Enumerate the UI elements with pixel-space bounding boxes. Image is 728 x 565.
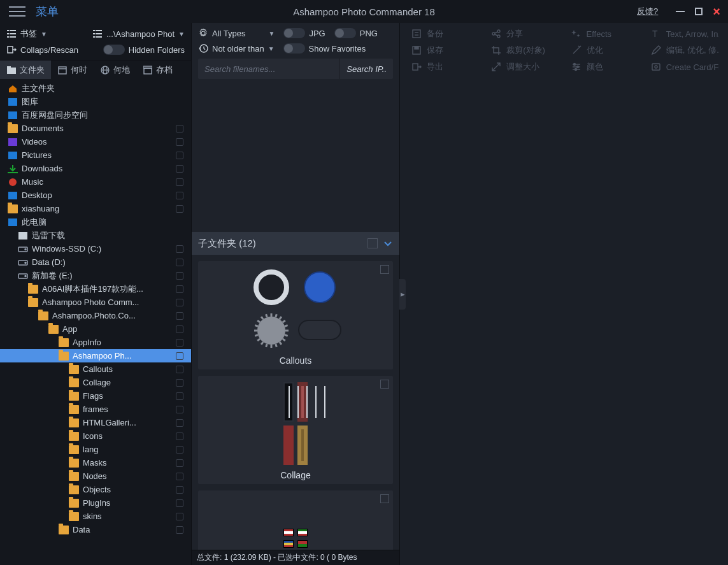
minimize-icon[interactable] — [676, 11, 685, 12]
tab-where[interactable]: 何地 — [94, 61, 136, 79]
tree-node[interactable]: Data — [0, 523, 191, 536]
tree-node[interactable]: xiashuang — [0, 202, 191, 215]
tree-node-checkbox[interactable] — [176, 352, 183, 360]
tree-node[interactable]: Flags — [0, 389, 191, 403]
tree-node[interactable]: Ashampoo.Photo.Co... — [0, 309, 191, 322]
maximize-icon[interactable] — [695, 8, 703, 15]
tree-node[interactable]: Ashampoo Ph... — [0, 349, 191, 362]
folder-tree[interactable]: 主文件夹图库百度网盘同步空间DocumentsVideosPicturesDow… — [0, 79, 191, 565]
all-types-dropdown[interactable]: All Types ▼ — [198, 28, 275, 38]
edit-opt-button[interactable]: 编辑, 优化, 修... — [651, 45, 719, 56]
collaps-rescan-button[interactable]: Collaps/Rescan — [6, 45, 78, 55]
tree-node[interactable]: Windows-SSD (C:) — [0, 242, 191, 255]
tab-folders[interactable]: 文件夹 — [0, 61, 51, 79]
tree-node[interactable]: Icons — [0, 429, 191, 443]
tree-node-checkbox[interactable] — [176, 366, 183, 373]
tree-node[interactable]: skins — [0, 510, 191, 523]
tree-node-checkbox[interactable] — [176, 419, 183, 427]
create-card-button[interactable]: Create Card/Frai — [651, 61, 719, 73]
tree-node-checkbox[interactable] — [176, 499, 183, 507]
subfolder-card[interactable]: Flags — [198, 490, 393, 550]
hidden-folders-toggle[interactable]: Hidden Folders — [103, 45, 185, 55]
tree-node-checkbox[interactable] — [176, 339, 183, 347]
tree-node-checkbox[interactable] — [176, 125, 183, 132]
tree-node[interactable]: Desktop — [0, 189, 191, 202]
tree-node[interactable]: Downloads — [0, 162, 191, 175]
close-icon[interactable]: × — [713, 8, 720, 15]
tree-node-checkbox[interactable] — [176, 486, 183, 494]
tree-node-checkbox[interactable] — [176, 138, 183, 146]
tree-node[interactable]: Pictures — [0, 148, 191, 162]
tree-node-checkbox[interactable] — [176, 245, 183, 253]
tree-node[interactable]: lang — [0, 443, 191, 456]
hamburger-menu-icon[interactable] — [9, 2, 28, 21]
tree-node-checkbox[interactable] — [176, 392, 183, 400]
tree-node[interactable]: Ashampoo Photo Comm... — [0, 296, 191, 309]
tree-node[interactable]: Callouts — [0, 362, 191, 376]
tree-node[interactable]: 百度网盘同步空间 — [0, 108, 191, 122]
menu-label[interactable]: 菜单 — [36, 4, 59, 19]
bookmarks-dropdown[interactable]: 书签 ▼ — [6, 28, 47, 39]
jpg-toggle[interactable]: JPG — [283, 28, 325, 38]
tree-node[interactable]: A06AI脚本插件197款功能... — [0, 282, 191, 296]
tree-node-checkbox[interactable] — [176, 459, 183, 467]
tree-node[interactable]: Music — [0, 175, 191, 189]
tree-node[interactable]: App — [0, 322, 191, 336]
tree-node-checkbox[interactable] — [176, 152, 183, 159]
tree-node-checkbox[interactable] — [176, 513, 183, 520]
tree-node-checkbox[interactable] — [176, 325, 183, 333]
tree-node[interactable]: 图库 — [0, 95, 191, 108]
tree-node[interactable]: 迅雷下载 — [0, 229, 191, 242]
tree-node[interactable]: Documents — [0, 122, 191, 135]
tree-node[interactable]: 主文件夹 — [0, 82, 191, 95]
tree-node-checkbox[interactable] — [176, 165, 183, 173]
tree-node-checkbox[interactable] — [176, 259, 183, 266]
subfolder-card[interactable]: Collage — [198, 376, 393, 484]
tree-node[interactable]: PlugIns — [0, 496, 191, 510]
tab-when[interactable]: 何时 — [51, 61, 94, 79]
subfolder-card[interactable]: Callouts — [198, 261, 393, 369]
tree-node-checkbox[interactable] — [176, 285, 183, 293]
card-checkbox[interactable] — [380, 265, 389, 274]
card-checkbox[interactable] — [380, 494, 389, 503]
tree-node-checkbox[interactable] — [176, 526, 183, 534]
feedback-link[interactable]: 反馈? — [637, 6, 658, 17]
tree-node[interactable]: Collage — [0, 376, 191, 389]
tree-node[interactable]: HTMLGalleri... — [0, 416, 191, 429]
optimize-button[interactable]: 优化 — [571, 45, 639, 56]
tree-node-checkbox[interactable] — [176, 406, 183, 413]
text-arrow-button[interactable]: TText, Arrow, In... — [651, 28, 719, 39]
tab-archive[interactable]: 存档 — [136, 61, 179, 79]
tree-node-checkbox[interactable] — [176, 205, 183, 213]
tree-node[interactable]: Objects — [0, 483, 191, 496]
select-all-checkbox[interactable] — [368, 238, 378, 248]
tree-node[interactable]: frames — [0, 403, 191, 416]
tree-node-checkbox[interactable] — [176, 473, 183, 480]
tree-node-checkbox[interactable] — [176, 178, 183, 186]
tree-node-checkbox[interactable] — [176, 379, 183, 387]
color-button[interactable]: 颜色 — [571, 61, 639, 73]
tree-node[interactable]: 新加卷 (E:) — [0, 269, 191, 282]
png-toggle[interactable]: PNG — [334, 28, 378, 38]
backup-button[interactable]: 备份 — [411, 28, 480, 39]
card-checkbox[interactable] — [380, 380, 389, 389]
tree-node[interactable]: Nodes — [0, 469, 191, 483]
chevron-down-icon[interactable] — [383, 238, 393, 248]
share-button[interactable]: 分享 — [491, 28, 559, 39]
tree-node[interactable]: AppInfo — [0, 336, 191, 349]
resize-button[interactable]: 调整大小 — [491, 61, 559, 73]
tree-node-checkbox[interactable] — [176, 446, 183, 454]
tree-node-checkbox[interactable] — [176, 312, 183, 320]
subfolder-list[interactable]: Callouts Collage Flags frames — [192, 255, 399, 550]
search-ip-button[interactable]: Search IP.. — [339, 59, 393, 79]
tree-node-checkbox[interactable] — [176, 299, 183, 306]
tree-node-checkbox[interactable] — [176, 433, 183, 440]
panel-expander[interactable]: ▸ — [399, 279, 406, 310]
search-input[interactable] — [198, 64, 339, 74]
path-dropdown[interactable]: ...\Ashampoo Phot ▼ — [92, 29, 185, 39]
tree-node[interactable]: 此电脑 — [0, 215, 191, 229]
effects-button[interactable]: Effects — [571, 28, 639, 39]
tree-node[interactable]: Masks — [0, 456, 191, 469]
save-button[interactable]: 保存 — [411, 45, 480, 56]
export-button[interactable]: 导出 — [411, 61, 480, 73]
